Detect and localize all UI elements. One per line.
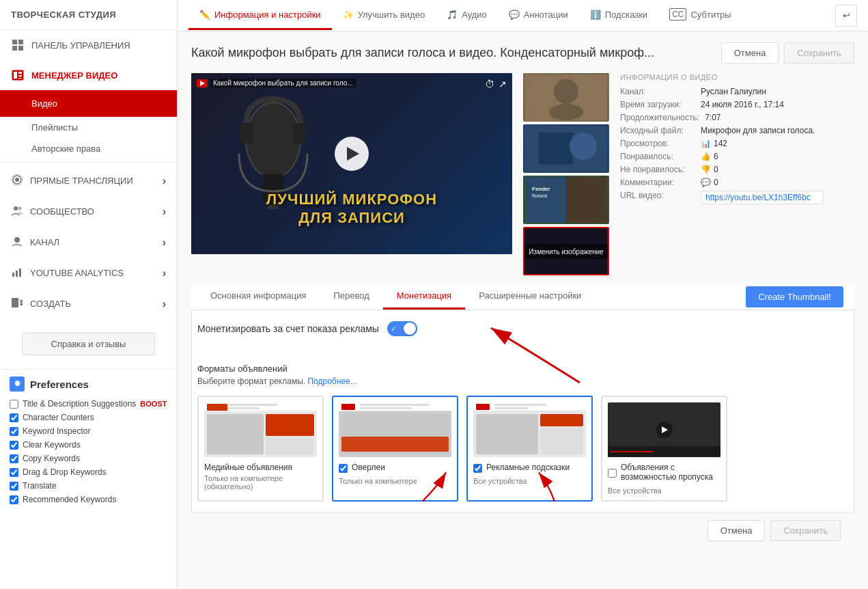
svg-point-23 bbox=[246, 102, 300, 178]
pref-checkbox-drag-drop[interactable] bbox=[10, 468, 18, 477]
help-btn-wrapper[interactable]: Справка и отзывы bbox=[0, 319, 177, 369]
sidebar-item-copyrights[interactable]: Авторские права bbox=[0, 138, 177, 159]
svg-rect-0 bbox=[12, 40, 17, 44]
svg-rect-17 bbox=[16, 271, 18, 277]
duration-value: 7:07 bbox=[705, 113, 720, 122]
tab-audio[interactable]: 🎵 Аудио bbox=[436, 1, 498, 30]
info-row-upload: Время загрузки: 24 июля 2016 г., 17:14 bbox=[620, 100, 854, 109]
dislikes-value: 👎 0 bbox=[701, 165, 718, 174]
monetize-label: Монетизировать за счет показа рекламы bbox=[197, 323, 379, 334]
ad-checkbox-sponsored[interactable] bbox=[473, 464, 482, 473]
thumb-2-img bbox=[525, 126, 607, 172]
tab-tips[interactable]: ℹ️ Подсказки bbox=[579, 1, 658, 30]
thumbs-down-icon: 👎 bbox=[701, 165, 711, 174]
video-player[interactable]: Какой микрофон выбрать для записи голо..… bbox=[191, 73, 512, 254]
sidebar-item-label: ПРЯМЫЕ ТРАНСЛЯЦИИ bbox=[30, 176, 133, 186]
tab-enhance[interactable]: ✨ Улучшить видео bbox=[332, 1, 436, 30]
pref-checkbox-title-desc[interactable] bbox=[10, 400, 18, 409]
pref-checkbox-char-counters[interactable] bbox=[10, 413, 18, 422]
sidebar-item-community[interactable]: СООБЩЕСТВО bbox=[0, 196, 177, 227]
sidebar-sub-label: Авторские права bbox=[31, 143, 100, 154]
sub-tab-translation[interactable]: Перевод bbox=[320, 284, 383, 310]
toggle-knob bbox=[404, 323, 416, 335]
sidebar-item-video-manager[interactable]: МЕНЕДЖЕР ВИДЕО bbox=[0, 60, 177, 90]
pref-row-char-counters: Character Counters bbox=[10, 411, 167, 424]
sub-tab-basic[interactable]: Основная информация bbox=[197, 284, 320, 310]
sidebar: ТВОРЧЕСКАЯ СТУДИЯ ПАНЕЛЬ УПРАВЛЕНИЯ МЕНЕ… bbox=[0, 0, 178, 589]
ad-mock-lines-3 bbox=[492, 404, 583, 409]
tab-info[interactable]: ✏️ Информация и настройки bbox=[188, 1, 332, 30]
thumbnail-4[interactable]: Изменить изображение bbox=[523, 227, 609, 275]
pref-row-translate: Translate bbox=[10, 479, 167, 493]
sidebar-item-live[interactable]: ПРЯМЫЕ ТРАНСЛЯЦИИ bbox=[0, 165, 177, 196]
pref-label-recommended: Recommended Keywords bbox=[23, 495, 116, 504]
views-count: 142 bbox=[714, 139, 727, 148]
cancel-button-top[interactable]: Отмена bbox=[721, 42, 779, 64]
pref-row-title-desc: Title & Description Suggestions BOOST bbox=[10, 397, 167, 411]
chevron-right-icon bbox=[163, 206, 166, 218]
ad-formats-title: Форматы объявлений bbox=[197, 364, 848, 374]
ad-mock-bar-3 bbox=[473, 402, 586, 411]
pref-label-drag-drop: Drag & Drop Keywords bbox=[23, 467, 107, 477]
ad-mock-lines-1 bbox=[223, 404, 314, 409]
ad-mock-sponsored bbox=[473, 402, 586, 457]
sidebar-item-label: КАНАЛ bbox=[30, 237, 59, 247]
sidebar-item-playlists[interactable]: Плейлисты bbox=[0, 117, 177, 138]
speech-icon: 💬 bbox=[509, 10, 520, 20]
tab-subtitles-label: Субтитры bbox=[690, 10, 731, 20]
url-input[interactable] bbox=[701, 191, 824, 204]
create-thumbnail-button[interactable]: Create Thumbnail! bbox=[746, 286, 843, 307]
upload-value: 24 июля 2016 г., 17:14 bbox=[701, 100, 784, 109]
sidebar-item-create[interactable]: СОЗДАТЬ bbox=[0, 288, 177, 319]
info-row-source: Исходный файл: Микрофон для записи голос… bbox=[620, 126, 854, 135]
sub-tab-monetization[interactable]: Монетизация bbox=[383, 284, 465, 310]
ad-visual-skippable bbox=[608, 402, 720, 457]
analytics-icon bbox=[11, 266, 23, 280]
ad-card-media: Медийные объявления Только на компьютере… bbox=[197, 396, 324, 502]
source-label: Исходный файл: bbox=[620, 126, 695, 135]
monetize-toggle[interactable]: ✓ bbox=[387, 321, 417, 336]
pref-checkbox-translate[interactable] bbox=[10, 482, 18, 491]
ad-mock-r-bot-3 bbox=[540, 428, 583, 454]
thumbnail-3[interactable]: Fender Roland bbox=[523, 176, 609, 224]
views-value: 📊 142 bbox=[701, 139, 727, 148]
pref-row-keyword-inspector: Keyword Inspector bbox=[10, 424, 167, 438]
tab-annotations[interactable]: 💬 Аннотации bbox=[498, 1, 579, 30]
thumbnail-2[interactable] bbox=[523, 124, 609, 173]
ad-checkbox-skippable[interactable] bbox=[608, 469, 617, 478]
ad-formats-sub: Выберите формат рекламы. Подробнее... bbox=[197, 376, 848, 386]
cancel-button-bottom[interactable]: Отмена bbox=[708, 520, 766, 541]
pref-row-drag-drop: Drag & Drop Keywords bbox=[10, 465, 167, 479]
sub-tab-advanced[interactable]: Расширенные настройки bbox=[465, 284, 595, 310]
preferences-panel: Preferences Title & Description Suggesti… bbox=[0, 369, 177, 513]
main-content: ✏️ Информация и настройки ✨ Улучшить вид… bbox=[178, 0, 868, 589]
tab-subtitles[interactable]: CC Субтитры bbox=[658, 0, 742, 31]
back-button[interactable]: ↩ bbox=[835, 5, 857, 27]
community-icon bbox=[11, 204, 23, 219]
sidebar-item-video[interactable]: Видео bbox=[0, 90, 177, 117]
thumb-3-img: Fender Roland bbox=[525, 177, 607, 223]
play-button[interactable] bbox=[335, 137, 369, 171]
change-image-btn[interactable]: Изменить изображение bbox=[523, 244, 608, 258]
ad-formats-link[interactable]: Подробнее... bbox=[307, 376, 356, 386]
save-button-top[interactable]: Сохранить bbox=[784, 42, 854, 64]
ad-card-overlay: Оверлеи Только на компьютере bbox=[332, 396, 458, 502]
pref-checkbox-clear-keywords[interactable] bbox=[10, 441, 18, 450]
sidebar-item-dashboard[interactable]: ПАНЕЛЬ УПРАВЛЕНИЯ bbox=[0, 30, 177, 60]
svg-rect-3 bbox=[18, 46, 23, 51]
sidebar-item-channel[interactable]: КАНАЛ bbox=[0, 227, 177, 258]
thumbnail-1[interactable] bbox=[523, 73, 609, 122]
save-button-bottom[interactable]: Сохранить bbox=[770, 520, 841, 541]
pref-checkbox-recommended[interactable] bbox=[10, 495, 18, 504]
ad-mock-line bbox=[360, 404, 429, 406]
ad-checkbox-overlay[interactable] bbox=[339, 464, 348, 473]
pref-checkbox-keyword-inspector[interactable] bbox=[10, 427, 18, 436]
help-button[interactable]: Справка и отзывы bbox=[22, 333, 155, 355]
ad-card-overlay-sub: Только на компьютере bbox=[339, 477, 451, 485]
sidebar-item-analytics[interactable]: YOUTUBE ANALYTICS bbox=[0, 258, 177, 288]
svg-point-29 bbox=[554, 79, 578, 104]
page-body: Какой микрофон выбрать для записи голоса… bbox=[178, 31, 868, 589]
grid-icon bbox=[11, 38, 25, 52]
pref-checkbox-copy-keywords[interactable] bbox=[10, 454, 18, 463]
ad-mock-line bbox=[360, 407, 412, 409]
